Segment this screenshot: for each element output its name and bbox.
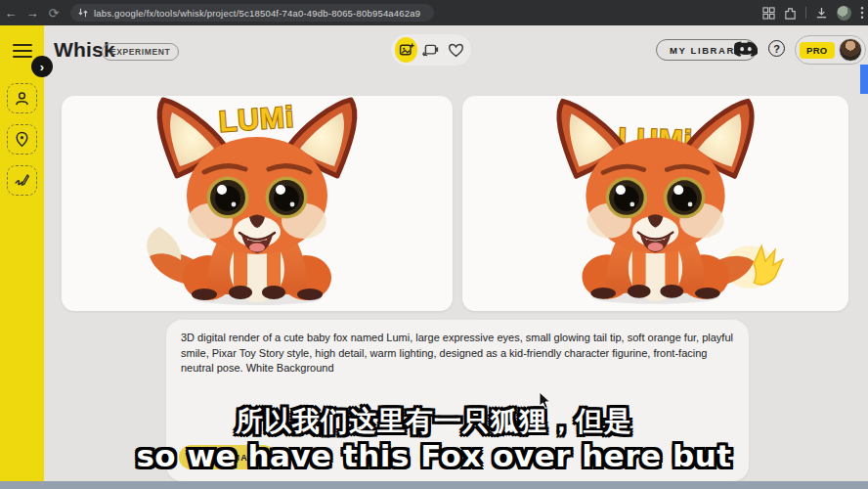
video-mode-button[interactable] <box>419 37 442 63</box>
browser-profile-avatar[interactable] <box>837 6 851 21</box>
mouse-cursor <box>539 391 551 410</box>
experiment-badge: EXPERIMENT <box>102 43 179 61</box>
image-create-icon <box>399 42 414 58</box>
image-to-video-icon <box>422 42 439 59</box>
person-subject-icon <box>14 90 30 107</box>
sidebar-item-style[interactable] <box>7 165 37 196</box>
generated-image-1[interactable]: LUMi <box>62 96 453 311</box>
tab-groups-icon[interactable] <box>762 7 775 20</box>
toolbar-divider <box>805 7 806 19</box>
site-settings-icon[interactable] <box>78 8 88 18</box>
style-pen-icon <box>14 172 30 189</box>
favorite-heart-icon <box>448 42 464 59</box>
image-label-lumi: LUMi <box>218 100 295 137</box>
browser-reload-icon[interactable]: ⟳ <box>43 6 65 21</box>
favorites-mode-button[interactable] <box>445 37 467 63</box>
sidebar-expand-button[interactable]: › <box>31 56 53 77</box>
extensions-icon[interactable] <box>784 7 797 20</box>
location-scene-icon <box>14 131 30 148</box>
bottom-strip <box>0 481 868 489</box>
generated-image-2[interactable]: LUMi <box>462 96 848 311</box>
menu-hamburger-icon[interactable] <box>13 44 32 58</box>
browser-back-icon[interactable]: ← <box>0 6 22 21</box>
discord-icon[interactable] <box>734 40 758 63</box>
pro-badge: PRO <box>800 42 835 59</box>
subtitle-english: so we have this Fox over here but <box>0 438 868 473</box>
browser-menu-icon[interactable] <box>860 6 864 20</box>
sidebar-item-scene[interactable] <box>7 124 37 155</box>
prompt-text[interactable]: 3D digital render of a cute baby fox nam… <box>181 331 740 377</box>
help-icon[interactable]: ? <box>768 40 785 57</box>
image-mode-button[interactable] <box>395 37 417 63</box>
sidebar-item-subject[interactable] <box>7 83 37 113</box>
user-avatar[interactable] <box>839 38 862 62</box>
url-text[interactable]: labs.google/fx/tools/whisk/project/5c185… <box>94 8 420 19</box>
browser-toolbar: ← → ⟳ labs.google/fx/tools/whisk/project… <box>0 0 868 25</box>
browser-forward-icon[interactable]: → <box>22 6 43 21</box>
mode-toolbar <box>390 33 472 67</box>
address-bar[interactable]: labs.google/fx/tools/whisk/project/5c185… <box>70 4 434 22</box>
whisk-app-window: ← → ⟳ labs.google/fx/tools/whisk/project… <box>0 0 868 489</box>
scrollbar-thumb[interactable] <box>860 65 868 94</box>
account-pill[interactable]: PRO <box>795 35 866 65</box>
downloads-icon[interactable] <box>815 7 828 20</box>
subtitle-chinese: 所以我们这里有一只狐狸，但是 <box>0 403 868 440</box>
